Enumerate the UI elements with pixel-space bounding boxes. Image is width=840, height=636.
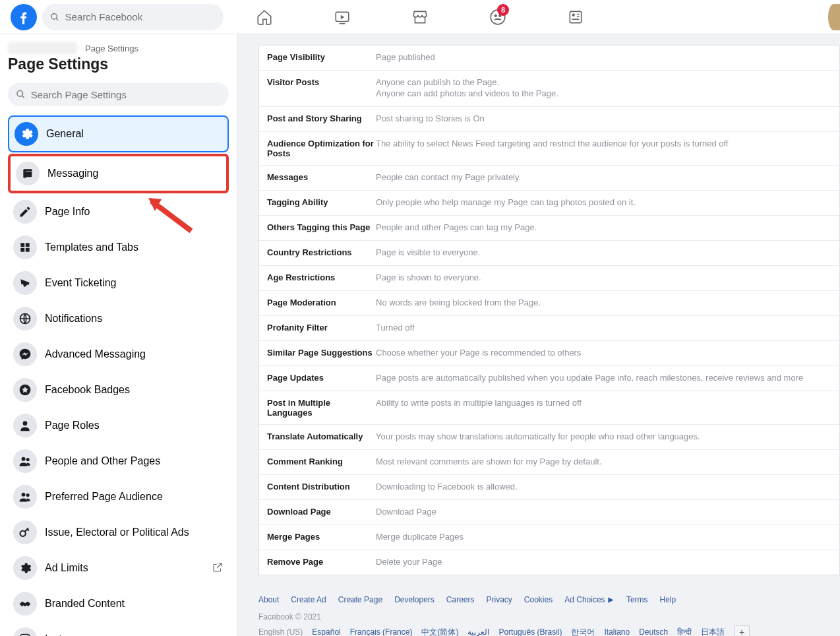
nav-groups[interactable]: 8 (462, 1, 534, 33)
setting-row[interactable]: Profanity FilterTurned off (259, 316, 839, 341)
footer-link[interactable]: Careers (446, 595, 475, 604)
footer-link[interactable]: About (258, 595, 279, 604)
sidebar-item-templates-and-tabs[interactable]: Templates and Tabs (8, 230, 229, 265)
language-link[interactable]: हिन्दी (677, 627, 692, 636)
setting-row[interactable]: Page ModerationNo words are being blocke… (259, 291, 839, 316)
facebook-logo[interactable] (11, 4, 37, 30)
sidebar-item-page-info[interactable]: Page Info (8, 195, 229, 229)
settings-table: Page VisibilityPage publishedVisitor Pos… (258, 45, 840, 575)
setting-row[interactable]: Age RestrictionsPage is shown to everyon… (259, 266, 839, 291)
facebook-icon (15, 8, 33, 26)
sidebar-item-label: Ad Limits (45, 562, 88, 574)
globe-icon (13, 307, 37, 331)
setting-row[interactable]: Content DistributionDownloading to Faceb… (259, 475, 839, 500)
top-bar: 8 (0, 0, 840, 34)
setting-row[interactable]: Merge PagesMerge duplicate Pages (259, 525, 839, 550)
setting-label: Profanity Filter (267, 323, 376, 334)
language-link[interactable]: Français (France) (350, 627, 413, 636)
setting-row[interactable]: Download PageDownload Page (259, 500, 839, 525)
setting-row[interactable]: Visitor PostsAnyone can publish to the P… (259, 71, 839, 107)
global-search[interactable] (42, 4, 224, 30)
nav-home[interactable] (228, 1, 301, 33)
sidebar-item-label: Event Ticketing (45, 277, 117, 289)
setting-row[interactable]: Post and Story SharingPost sharing to St… (259, 107, 839, 132)
breadcrumb-text: Page Settings (85, 44, 138, 53)
sidebar-item-label: Facebook Badges (45, 384, 130, 396)
footer-link[interactable]: Create Ad (291, 595, 326, 604)
sidebar: Page Settings Page Settings GeneralMessa… (0, 34, 237, 636)
setting-row[interactable]: Page VisibilityPage published (259, 46, 839, 71)
setting-row[interactable]: Tagging AbilityOnly people who help mana… (259, 191, 839, 216)
sidebar-item-preferred-page-audience[interactable]: Preferred Page Audience (8, 480, 229, 514)
svg-point-16 (23, 421, 28, 426)
sidebar-item-label: People and Other Pages (45, 455, 160, 467)
footer-link[interactable]: Developers (394, 595, 435, 604)
sidebar-item-people-and-other-pages[interactable]: People and Other Pages (8, 444, 229, 478)
setting-value: Only people who help manage my Page can … (376, 197, 831, 208)
settings-search[interactable] (8, 82, 229, 106)
ticket-icon (13, 271, 37, 295)
footer-link[interactable]: Privacy (487, 595, 512, 604)
setting-value: Download Page (376, 507, 831, 518)
sidebar-item-facebook-badges[interactable]: Facebook Badges (8, 373, 229, 407)
language-link[interactable]: العربية (467, 627, 489, 636)
handshake-icon (13, 592, 37, 616)
footer-link[interactable]: Ad Choices (564, 595, 615, 604)
setting-row[interactable]: Audience Optimization for PostsThe abili… (259, 132, 839, 166)
sidebar-item-issue-electoral-or-political-ads[interactable]: Issue, Electoral or Political Ads (8, 515, 229, 550)
setting-value: Anyone can publish to the Page.Anyone ca… (376, 77, 831, 100)
setting-row[interactable]: Remove PageDelete your Page (259, 550, 839, 575)
setting-row[interactable]: Similar Page SuggestionsChoose whether y… (259, 341, 839, 366)
language-link[interactable]: 日本語 (701, 627, 725, 637)
nav-watch[interactable] (306, 1, 378, 33)
messenger-icon (13, 342, 37, 366)
language-link[interactable]: Español (312, 627, 340, 636)
footer-link[interactable]: Create Page (338, 595, 382, 604)
footer-link[interactable]: Cookies (524, 595, 553, 604)
setting-value: Page is shown to everyone. (376, 272, 831, 284)
setting-row[interactable]: Page UpdatesPage posts are automatically… (259, 366, 839, 391)
sidebar-item-messaging[interactable]: Messaging (8, 154, 229, 193)
news-icon (567, 9, 584, 26)
sidebar-item-ad-limits[interactable]: Ad Limits (8, 551, 229, 585)
sidebar-item-general[interactable]: General (8, 115, 229, 152)
groups-badge: 8 (497, 4, 509, 16)
setting-row[interactable]: Others Tagging this PagePeople and other… (259, 216, 839, 241)
home-icon (256, 9, 273, 26)
sidebar-item-advanced-messaging[interactable]: Advanced Messaging (8, 337, 229, 371)
setting-value: Page published (376, 52, 831, 63)
sidebar-item-notifications[interactable]: Notifications (8, 302, 229, 336)
setting-label: Visitor Posts (267, 77, 376, 100)
setting-row[interactable]: Post in Multiple LanguagesAbility to wri… (259, 391, 839, 425)
settings-search-input[interactable] (31, 89, 221, 100)
setting-label: Others Tagging this Page (267, 222, 376, 234)
sidebar-item-event-ticketing[interactable]: Event Ticketing (8, 266, 229, 300)
setting-label: Comment Ranking (267, 457, 376, 468)
more-languages-button[interactable]: + (734, 625, 750, 636)
language-link[interactable]: 한국어 (571, 627, 595, 637)
setting-label: Page Updates (267, 373, 376, 384)
setting-label: Audience Optimization for Posts (267, 139, 376, 158)
nav-marketplace[interactable] (384, 1, 456, 33)
sidebar-item-branded-content[interactable]: Branded Content (8, 587, 229, 621)
setting-value: Post sharing to Stories is On (376, 113, 831, 125)
svg-point-18 (26, 458, 30, 461)
setting-value: Your posts may show translations automat… (376, 431, 831, 443)
language-link[interactable]: 中文(简体) (421, 627, 458, 637)
setting-row[interactable]: Comment RankingMost relevant comments ar… (259, 450, 839, 475)
setting-label: Country Restrictions (267, 247, 376, 259)
footer-link[interactable]: Terms (626, 595, 648, 604)
user-avatar[interactable] (828, 4, 840, 30)
language-link[interactable]: Português (Brasil) (498, 627, 562, 636)
nav-news[interactable] (539, 1, 612, 33)
language-link[interactable]: Deutsch (639, 627, 668, 636)
sidebar-item-instagram[interactable]: Instagram (8, 622, 229, 636)
language-link[interactable]: Italiano (604, 627, 630, 636)
setting-row[interactable]: MessagesPeople can contact my Page priva… (259, 166, 839, 191)
footer-link[interactable]: Help (660, 595, 676, 604)
global-search-input[interactable] (65, 11, 216, 22)
setting-row[interactable]: Translate AutomaticallyYour posts may sh… (259, 425, 839, 450)
setting-row[interactable]: Country RestrictionsPage is visible to e… (259, 241, 839, 266)
sidebar-item-page-roles[interactable]: Page Roles (8, 408, 229, 443)
setting-value: People can contact my Page privately. (376, 172, 831, 183)
